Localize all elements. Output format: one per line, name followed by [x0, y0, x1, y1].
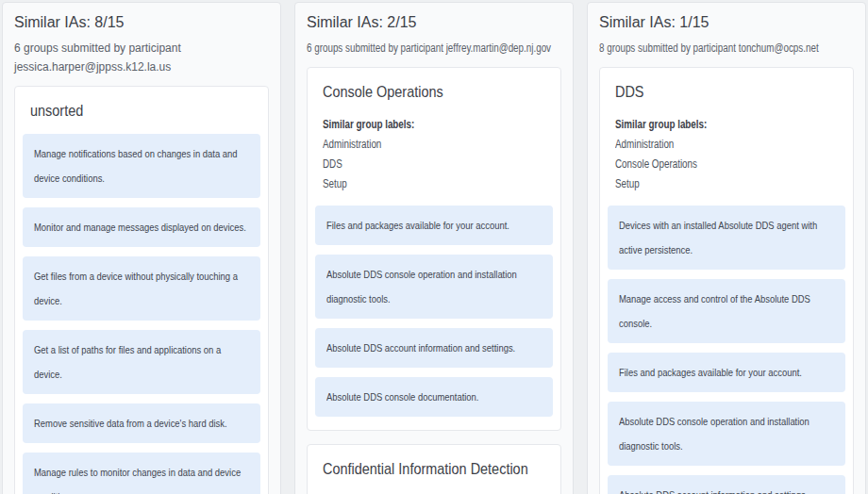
ia-item[interactable]: Get a list of paths for files and applic… [23, 330, 260, 394]
ia-item[interactable]: Absolute DDS account information and set… [608, 475, 845, 494]
similar-ias-count: Similar IAs: 8/15 [14, 14, 269, 31]
similar-group-label: Setup [615, 174, 845, 194]
ia-item-text: Absolute DDS account information and set… [326, 336, 542, 360]
participant-column-2[interactable]: Similar IAs: 2/15 6 groups submitted by … [294, 2, 574, 494]
similar-group-label: Console Operations [615, 155, 845, 174]
ia-item-text: Absolute DDS account information and set… [619, 483, 834, 494]
ia-item-text: Monitor and manage messages displayed on… [34, 215, 249, 239]
ia-item[interactable]: Monitor and manage messages displayed on… [23, 207, 260, 247]
group-card-dds: DDS Similar group labels: Administration… [599, 67, 854, 494]
group-card-unsorted: unsorted Manage notifications based on c… [14, 86, 269, 494]
ia-item[interactable]: Files and packages available for your ac… [315, 206, 553, 245]
column-header: Similar IAs: 1/15 8 groups submitted by … [588, 3, 865, 58]
participant-email: jessica.harper@jppss.k12.la.us [14, 58, 269, 76]
ia-item[interactable]: Manage access and control of the Absolut… [608, 279, 845, 343]
participant-column-3[interactable]: Similar IAs: 1/15 8 groups submitted by … [587, 2, 866, 494]
participant-info-line: 8 groups submitted by participant tonchu… [599, 39, 854, 58]
ia-item-text: Manage access and control of the Absolut… [619, 287, 834, 336]
group-title: Console Operations [323, 83, 561, 102]
similar-ias-count: Similar IAs: 1/15 [599, 14, 854, 31]
ia-item-text: Get a list of paths for files and applic… [34, 338, 249, 387]
similar-group-label: Setup [323, 174, 553, 194]
participant-info-line: 6 groups submitted by participant jeffre… [307, 39, 561, 58]
ia-item-text: Manage rules to monitor changes in data … [34, 460, 249, 494]
similar-ias-count: Similar IAs: 2/15 [307, 14, 561, 31]
group-card-confidential-information-detection: Confidential Information Detection Simil… [307, 444, 561, 494]
group-title: DDS [615, 83, 854, 102]
ia-item[interactable]: Remove sensitive data from a device's ha… [23, 403, 260, 443]
ia-item[interactable]: Absolute DDS console documentation. [315, 377, 553, 417]
ia-item[interactable]: Devices with an installed Absolute DDS a… [608, 206, 845, 270]
ia-item-text: Remove sensitive data from a device's ha… [34, 411, 249, 436]
ia-item[interactable]: Get files from a device without physical… [23, 256, 260, 321]
ia-item-text: Absolute DDS console documentation. [326, 385, 542, 409]
similar-group-label: Administration [323, 135, 553, 155]
group-title: unsorted [30, 102, 269, 121]
ia-item-text: Absolute DDS console operation and insta… [326, 262, 542, 311]
ia-item[interactable]: Manage rules to monitor changes in data … [23, 453, 260, 494]
ia-item[interactable]: Files and packages available for your ac… [608, 353, 845, 392]
similar-group-label: Administration [615, 135, 845, 155]
column-header: Similar IAs: 2/15 6 groups submitted by … [295, 3, 573, 58]
ia-item[interactable]: Absolute DDS console operation and insta… [608, 402, 845, 466]
ia-item-text: Get files from a device without physical… [34, 264, 249, 313]
participant-column-1[interactable]: Similar IAs: 8/15 6 groups submitted by … [2, 2, 281, 494]
ia-item[interactable]: Absolute DDS console operation and insta… [315, 255, 553, 319]
similar-group-labels: Similar group labels: Administration Con… [615, 115, 845, 194]
ia-item-text: Manage notifications based on changes in… [34, 141, 249, 190]
ia-item-text: Devices with an installed Absolute DDS a… [619, 213, 834, 262]
similar-group-labels: Similar group labels: Administration DDS… [323, 115, 553, 194]
ia-item[interactable]: Absolute DDS account information and set… [315, 328, 553, 368]
ia-item-text: Files and packages available for your ac… [619, 360, 834, 385]
column-header: Similar IAs: 8/15 6 groups submitted by … [3, 3, 280, 76]
labels-heading: Similar group labels: [323, 115, 553, 135]
ia-item[interactable]: Manage notifications based on changes in… [23, 134, 260, 198]
ia-item-text: Absolute DDS console operation and insta… [619, 409, 834, 458]
ia-item-text: Files and packages available for your ac… [326, 213, 542, 238]
participant-info-line: 6 groups submitted by participant [14, 39, 269, 58]
group-card-console-operations: Console Operations Similar group labels:… [307, 67, 561, 431]
similar-group-label: DDS [323, 155, 553, 174]
similarity-board: Similar IAs: 8/15 6 groups submitted by … [0, 0, 868, 494]
participant-info: 6 groups submitted by participant jeffre… [307, 39, 561, 58]
group-title: Confidential Information Detection [323, 460, 561, 479]
participant-info: 6 groups submitted by participant jessic… [14, 39, 269, 76]
labels-heading: Similar group labels: [615, 115, 845, 135]
participant-info: 8 groups submitted by participant tonchu… [599, 39, 854, 58]
